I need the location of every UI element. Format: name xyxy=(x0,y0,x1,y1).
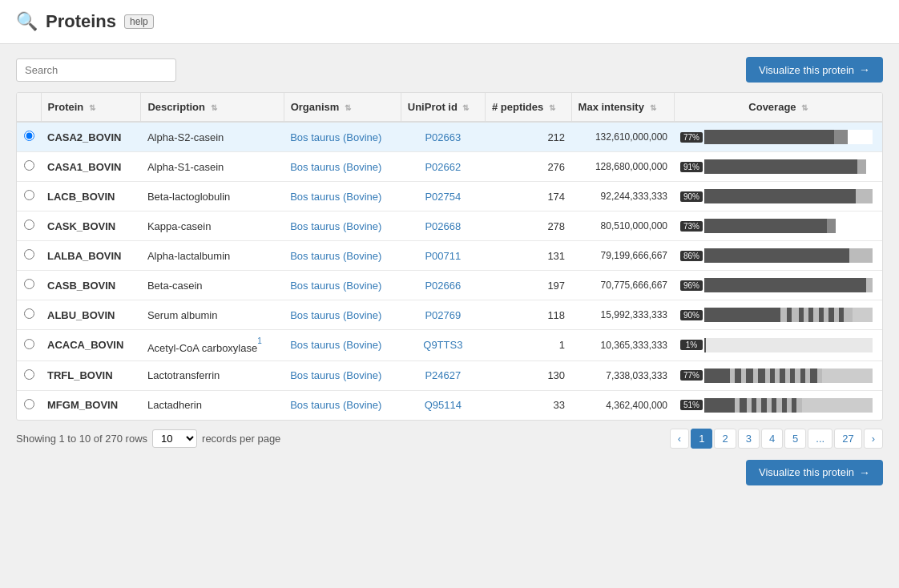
protein-radio[interactable] xyxy=(24,131,34,141)
organism-link[interactable]: Bos taurus (Bovine) xyxy=(290,309,381,321)
table-row: MFGM_BOVIN Lactadherin Bos taurus (Bovin… xyxy=(17,390,882,420)
protein-uniprot[interactable]: P02663 xyxy=(401,122,485,152)
radio-col[interactable] xyxy=(17,360,41,390)
organism-link[interactable]: Bos taurus (Bovine) xyxy=(290,191,381,203)
radio-col[interactable] xyxy=(17,152,41,182)
radio-col[interactable] xyxy=(17,182,41,211)
protein-uniprot[interactable]: Q9TTS3 xyxy=(401,330,485,361)
uniprot-link[interactable]: P00711 xyxy=(425,250,461,262)
page-prev-button[interactable]: ‹ xyxy=(670,429,689,449)
protein-coverage: 96% xyxy=(674,271,882,300)
protein-uniprot[interactable]: P02668 xyxy=(401,211,485,241)
protein-organism[interactable]: Bos taurus (Bovine) xyxy=(284,390,401,420)
page-27-button[interactable]: 27 xyxy=(834,429,861,449)
coverage-bar-track xyxy=(704,278,873,292)
table-row: TRFL_BOVIN Lactotransferrin Bos taurus (… xyxy=(17,360,882,390)
organism-link[interactable]: Bos taurus (Bovine) xyxy=(290,339,381,351)
col-peptides[interactable]: # peptides ⇅ xyxy=(485,93,571,122)
protein-intensity: 4,362,400,000 xyxy=(571,390,674,420)
protein-uniprot[interactable]: Q95114 xyxy=(401,390,485,420)
protein-radio[interactable] xyxy=(24,279,34,289)
visualize-bottom-button[interactable]: Visualize this protein → xyxy=(746,460,883,485)
uniprot-link[interactable]: P02769 xyxy=(425,309,461,321)
protein-radio[interactable] xyxy=(24,369,34,380)
bottom-toolbar: Visualize this protein → xyxy=(16,460,883,485)
protein-uniprot[interactable]: P02754 xyxy=(401,182,485,211)
per-page-select[interactable]: 10 25 50 100 xyxy=(152,429,197,448)
col-uniprot[interactable]: UniProt id ⇅ xyxy=(401,93,485,122)
col-coverage[interactable]: Coverage ⇅ xyxy=(674,93,882,122)
protein-organism[interactable]: Bos taurus (Bovine) xyxy=(284,241,401,271)
uniprot-link[interactable]: Q9TTS3 xyxy=(423,339,462,351)
organism-link[interactable]: Bos taurus (Bovine) xyxy=(290,280,381,292)
organism-link[interactable]: Bos taurus (Bovine) xyxy=(290,161,381,173)
protein-organism[interactable]: Bos taurus (Bovine) xyxy=(284,271,401,300)
protein-organism[interactable]: Bos taurus (Bovine) xyxy=(284,300,401,330)
page-3-button[interactable]: 3 xyxy=(738,429,760,449)
protein-description: Serum albumin xyxy=(141,300,284,330)
organism-link[interactable]: Bos taurus (Bovine) xyxy=(290,131,381,143)
protein-intensity: 128,680,000,000 xyxy=(571,152,674,182)
protein-uniprot[interactable]: P00711 xyxy=(401,241,485,271)
protein-organism[interactable]: Bos taurus (Bovine) xyxy=(284,211,401,241)
search-input[interactable] xyxy=(16,58,176,82)
page-2-button[interactable]: 2 xyxy=(714,429,736,449)
page-next-button[interactable]: › xyxy=(864,429,883,449)
protein-radio[interactable] xyxy=(24,308,34,319)
protein-uniprot[interactable]: P02769 xyxy=(401,300,485,330)
radio-col[interactable] xyxy=(17,211,41,241)
radio-col[interactable] xyxy=(17,330,41,361)
coverage-pct-label: 73% xyxy=(680,221,703,232)
uniprot-link[interactable]: P24627 xyxy=(425,369,461,381)
protein-uniprot[interactable]: P24627 xyxy=(401,360,485,390)
coverage-pct-label: 90% xyxy=(680,191,703,202)
protein-coverage: 90% xyxy=(674,182,882,211)
protein-organism[interactable]: Bos taurus (Bovine) xyxy=(284,330,401,361)
uniprot-link[interactable]: P02754 xyxy=(425,191,461,203)
protein-radio[interactable] xyxy=(24,339,34,349)
protein-intensity: 79,199,666,667 xyxy=(571,241,674,271)
help-button[interactable]: help xyxy=(124,14,154,29)
col-description[interactable]: Description ⇅ xyxy=(141,93,284,122)
protein-organism[interactable]: Bos taurus (Bovine) xyxy=(284,122,401,152)
organism-link[interactable]: Bos taurus (Bovine) xyxy=(290,399,381,411)
radio-col[interactable] xyxy=(17,122,41,152)
col-protein[interactable]: Protein ⇅ xyxy=(41,93,141,122)
page-1-button[interactable]: 1 xyxy=(691,429,712,449)
radio-col[interactable] xyxy=(17,271,41,300)
protein-radio[interactable] xyxy=(24,219,34,230)
protein-radio[interactable] xyxy=(24,399,34,409)
coverage-bar-track xyxy=(704,159,873,174)
col-intensity[interactable]: Max intensity ⇅ xyxy=(571,93,674,122)
uniprot-link[interactable]: P02668 xyxy=(425,220,461,232)
protein-organism[interactable]: Bos taurus (Bovine) xyxy=(284,360,401,390)
col-organism[interactable]: Organism ⇅ xyxy=(284,93,401,122)
coverage-pct-label: 1% xyxy=(680,340,703,350)
uniprot-link[interactable]: P02663 xyxy=(425,131,461,143)
protein-organism[interactable]: Bos taurus (Bovine) xyxy=(284,182,401,211)
uniprot-link[interactable]: Q95114 xyxy=(425,399,462,411)
protein-radio[interactable] xyxy=(24,249,34,260)
radio-col[interactable] xyxy=(17,300,41,330)
protein-radio[interactable] xyxy=(24,190,34,200)
uniprot-link[interactable]: P02666 xyxy=(425,280,461,292)
protein-peptides: 131 xyxy=(485,241,571,271)
radio-col[interactable] xyxy=(17,241,41,271)
uniprot-link[interactable]: P02662 xyxy=(425,161,461,173)
protein-description: Beta-casein xyxy=(141,271,284,300)
visualize-top-button[interactable]: Visualize this protein → xyxy=(746,57,883,83)
page-5-button[interactable]: 5 xyxy=(784,429,806,449)
organism-link[interactable]: Bos taurus (Bovine) xyxy=(290,250,381,262)
organism-link[interactable]: Bos taurus (Bovine) xyxy=(290,369,381,381)
proteins-table-container: Protein ⇅ Description ⇅ Organism ⇅ UniPr… xyxy=(16,92,883,421)
protein-uniprot[interactable]: P02666 xyxy=(401,271,485,300)
protein-radio[interactable] xyxy=(24,160,34,171)
protein-organism[interactable]: Bos taurus (Bovine) xyxy=(284,152,401,182)
coverage-bar: 77% xyxy=(680,368,873,384)
description-sup-link[interactable]: 1 xyxy=(257,336,262,345)
protein-uniprot[interactable]: P02662 xyxy=(401,152,485,182)
organism-link[interactable]: Bos taurus (Bovine) xyxy=(290,220,381,232)
page-4-button[interactable]: 4 xyxy=(761,429,783,449)
visualize-top-label: Visualize this protein xyxy=(759,64,854,76)
radio-col[interactable] xyxy=(17,390,41,420)
